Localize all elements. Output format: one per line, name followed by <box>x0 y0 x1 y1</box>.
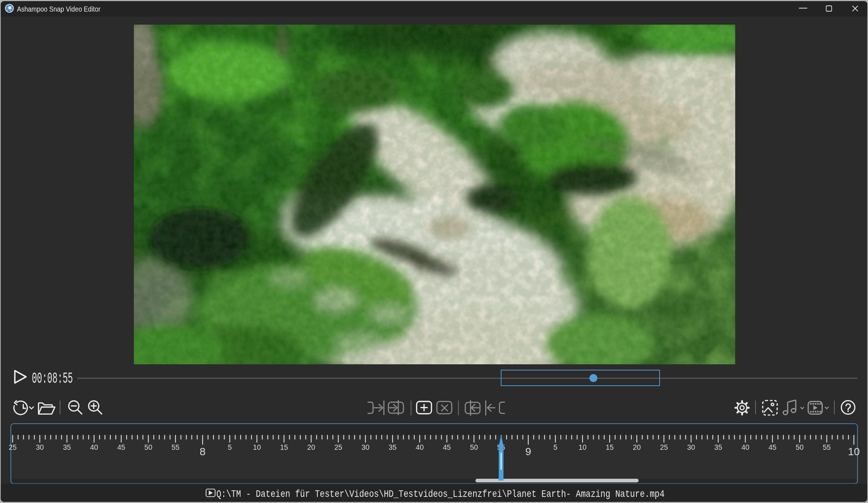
svg-text:55: 55 <box>172 443 179 451</box>
svg-text:30: 30 <box>361 443 369 451</box>
svg-text:10: 10 <box>253 443 261 451</box>
svg-text:45: 45 <box>117 443 125 451</box>
svg-text:9: 9 <box>525 445 531 457</box>
svg-text:50: 50 <box>796 443 804 451</box>
svg-text:30: 30 <box>36 443 44 451</box>
svg-text:10: 10 <box>848 445 860 457</box>
svg-text:25: 25 <box>660 443 668 451</box>
svg-text:30: 30 <box>687 443 695 451</box>
svg-text:25: 25 <box>9 443 17 451</box>
svg-text:20: 20 <box>307 443 315 451</box>
svg-text:35: 35 <box>389 443 397 451</box>
svg-text:5: 5 <box>228 443 232 451</box>
svg-text:40: 40 <box>416 443 424 451</box>
svg-text:35: 35 <box>714 443 722 451</box>
svg-text:25: 25 <box>334 443 342 451</box>
svg-text:50: 50 <box>144 443 152 451</box>
svg-text:55: 55 <box>823 443 831 451</box>
svg-text:10: 10 <box>579 443 587 451</box>
svg-text:45: 45 <box>443 443 451 451</box>
svg-text:15: 15 <box>606 443 614 451</box>
svg-text:5: 5 <box>553 443 557 451</box>
svg-text:15: 15 <box>280 443 288 451</box>
svg-text:45: 45 <box>769 443 776 451</box>
svg-text:40: 40 <box>741 443 749 451</box>
svg-text:50: 50 <box>470 443 478 451</box>
svg-text:40: 40 <box>90 443 98 451</box>
svg-text:35: 35 <box>63 443 71 451</box>
svg-text:8: 8 <box>200 445 206 457</box>
svg-text:20: 20 <box>633 443 641 451</box>
